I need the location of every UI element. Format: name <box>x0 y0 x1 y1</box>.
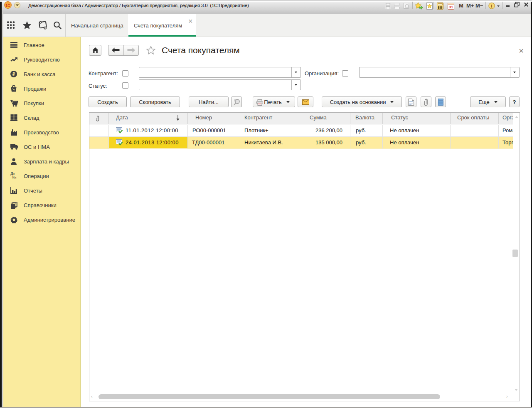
svg-text:₽: ₽ <box>12 72 15 77</box>
svg-text:31: 31 <box>449 5 453 9</box>
svg-text:1С: 1С <box>5 3 10 7</box>
svg-text:i: i <box>491 4 493 8</box>
